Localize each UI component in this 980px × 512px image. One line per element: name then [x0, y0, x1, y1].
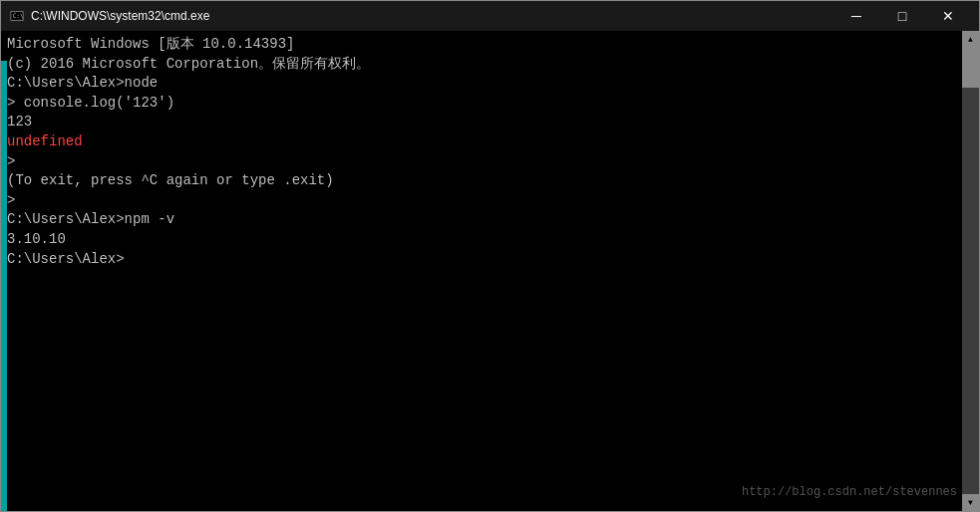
terminal-line: 3.10.10: [7, 230, 953, 250]
watermark: http://blog.csdn.net/stevennes: [742, 484, 957, 501]
scrollbar[interactable]: ▲ ▼: [962, 31, 979, 511]
terminal-line: Microsoft Windows [版本 10.0.14393]: [7, 35, 953, 55]
terminal-line: (To exit, press ^C again or type .exit): [7, 171, 953, 191]
scrollbar-track: [962, 48, 979, 494]
cmd-window: C:\ C:\WINDOWS\system32\cmd.exe ─ □ ✕ Mi…: [0, 0, 980, 512]
terminal-body[interactable]: Microsoft Windows [版本 10.0.14393](c) 201…: [1, 31, 979, 511]
terminal-line: C:\Users\Alex>node: [7, 74, 953, 94]
scrollbar-thumb[interactable]: [962, 48, 979, 88]
terminal-line: (c) 2016 Microsoft Corporation。保留所有权利。: [7, 55, 953, 75]
titlebar-title: C:\WINDOWS\system32\cmd.exe: [31, 9, 833, 23]
titlebar-controls: ─ □ ✕: [833, 1, 971, 31]
titlebar-icon: C:\: [9, 8, 25, 24]
terminal-line: 123: [7, 113, 953, 132]
maximize-button[interactable]: □: [879, 1, 925, 31]
terminal-line: > console.log('123'): [7, 94, 953, 114]
terminal-line: undefined: [7, 132, 953, 152]
svg-text:C:\: C:\: [13, 12, 24, 19]
terminal-line: C:\Users\Alex>: [7, 250, 953, 270]
close-button[interactable]: ✕: [925, 1, 971, 31]
titlebar: C:\ C:\WINDOWS\system32\cmd.exe ─ □ ✕: [1, 1, 979, 31]
terminal-content: Microsoft Windows [版本 10.0.14393](c) 201…: [7, 35, 973, 507]
terminal-line: C:\Users\Alex>npm -v: [7, 210, 953, 230]
terminal-line: >: [7, 191, 953, 211]
left-accent: [1, 61, 7, 511]
scroll-up-button[interactable]: ▲: [962, 31, 979, 48]
scroll-down-button[interactable]: ▼: [962, 494, 979, 511]
minimize-button[interactable]: ─: [833, 1, 879, 31]
terminal-line: >: [7, 152, 953, 172]
